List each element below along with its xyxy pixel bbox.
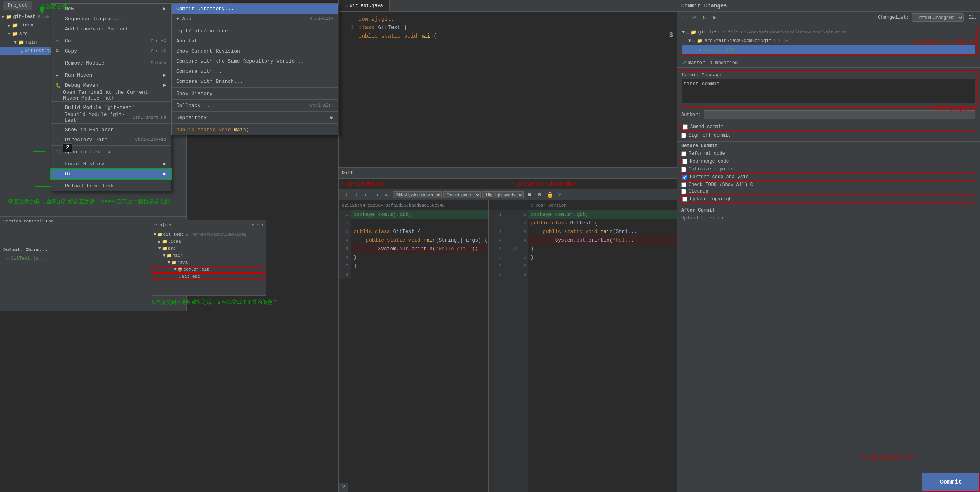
mini-tree: ▼ 📁 git-test E:\WorksoftAbout\idea\idea … <box>152 230 266 281</box>
ignore-select[interactable]: Do not ignore <box>443 191 481 198</box>
separator <box>172 25 338 25</box>
changelist-dropdown[interactable]: Default Changelist <box>912 13 964 22</box>
git-annotate[interactable]: Annotate <box>172 36 338 46</box>
diff-left-pane: d23128c947e1c88473efa6d550baed9ae166e348… <box>339 200 489 492</box>
menu-remove-module[interactable]: Remove Module Delete <box>51 58 171 68</box>
signoff-label: Sign-off commit <box>689 133 731 138</box>
code-analysis-label: Perform code analysis <box>690 174 749 180</box>
diff-down-btn[interactable]: ↓ <box>352 191 361 199</box>
separator <box>51 180 171 180</box>
tree-item-label: git-test <box>13 14 36 19</box>
signoff-checkbox[interactable] <box>681 133 686 138</box>
mini-tab-bar: Project ⚙ ≡ × <box>152 220 266 230</box>
diff-lock-btn[interactable]: 🔒 <box>545 191 554 199</box>
before-commit-section: Before Commit Reformat code Rearrange co… <box>677 141 980 206</box>
back-btn[interactable]: ← <box>680 13 688 22</box>
separator <box>51 69 171 69</box>
git-show-current[interactable]: Show Current Revision <box>172 46 338 56</box>
project-tab[interactable]: Project <box>3 1 32 10</box>
diff-right-line-6: } <box>528 245 677 253</box>
step1-annotation: 1.选定右键 <box>41 3 67 10</box>
git-show-history[interactable]: Show History <box>172 88 338 98</box>
commit-panel-header: Commit Changes <box>677 0 980 12</box>
commit-title: Commit Changes <box>681 3 727 9</box>
step5-annotation: 5.此处写提交的描述 <box>931 105 976 112</box>
menu-sequence[interactable]: Sequence Diagram... <box>51 14 171 24</box>
settings-btn[interactable]: ⚙ <box>710 13 719 22</box>
menu-git[interactable]: Git ▶ <box>51 169 171 179</box>
git-rollback[interactable]: Rollback... Ctrl+Alt+ <box>172 100 338 110</box>
modified-label: 1 modified <box>710 60 738 66</box>
git-public-static: public static void main( <box>172 124 338 135</box>
optimize-checkbox[interactable] <box>681 167 686 172</box>
before-commit-title: Before Commit <box>681 143 975 149</box>
side-viewer-select[interactable]: Side-by-side viewer <box>393 191 442 198</box>
cleanup-checkbox[interactable] <box>681 189 686 194</box>
refresh-btn[interactable]: ↻ <box>700 13 708 22</box>
diff-right-line-1: package com.zj.git; <box>528 210 677 219</box>
git-compare-repo[interactable]: Compare with the Same Repository Versio.… <box>172 56 338 66</box>
step2-label: 2 <box>63 143 72 152</box>
diff-align-btn[interactable]: ≡ <box>525 191 534 199</box>
separator <box>51 101 171 102</box>
separator <box>51 57 171 57</box>
diff-left-line-1: 1 package com.zj.git; <box>339 210 488 219</box>
amend-checkbox[interactable] <box>683 124 688 130</box>
file-tree-root[interactable]: ▼ ☑ 📁 git-test 1 file E:\WorksoftAbout\i… <box>682 28 975 37</box>
menu-framework[interactable]: Add Framework Support... <box>51 24 171 34</box>
step9-annotation: 9.当提交到本地库成功之后，文件就变成了正常的颜色了 <box>152 299 277 306</box>
branch-name: master <box>688 60 705 66</box>
git-compare-with[interactable]: Compare with... <box>172 66 338 76</box>
code-analysis-checkbox[interactable] <box>682 175 687 180</box>
git-submenu: Commit Directory... + Add Ctrl+Alt+ .git… <box>171 3 338 135</box>
commit-button-label: Commit <box>940 479 962 486</box>
commit-message-input[interactable]: first commit <box>682 79 975 103</box>
author-label: Author: <box>681 112 701 117</box>
git-exclude[interactable]: .git/info/exclude <box>172 26 338 36</box>
diff-edit-btn[interactable]: ✏ <box>382 191 391 199</box>
context-menu: New ▶ Sequence Diagram... Add Framework … <box>51 3 171 191</box>
code-line: com.zj.git; <box>339 15 677 23</box>
menu-run-maven[interactable]: ▶ Run Maven ▶ <box>51 70 171 80</box>
check-todo-checkbox[interactable] <box>681 182 686 187</box>
commit-button[interactable]: Commit <box>922 473 980 492</box>
menu-copy[interactable]: ⧉ Copy Ctrl+C <box>51 46 171 56</box>
vc-label: Version Control: <box>3 219 44 224</box>
rearrange-checkbox[interactable] <box>682 159 687 164</box>
menu-debug-maven[interactable]: 🐛 Debug Maven ▶ <box>51 80 171 90</box>
menu-open-terminal-module[interactable]: Open Terminal at the Current Maven Modul… <box>51 90 171 100</box>
diff-left-btn[interactable]: ← <box>362 191 371 199</box>
mini-idea: ▶ 📁 .idea <box>152 238 266 245</box>
tree-item-label: main <box>26 40 37 45</box>
highlight-select[interactable]: Highlight words <box>482 191 524 198</box>
run-icon: ▶ <box>56 73 63 78</box>
file-tree-gitTest[interactable]: ☑ ☕ GitTest.java <box>682 45 975 54</box>
git-compare-branch[interactable]: Compare with Branch... <box>172 76 338 86</box>
diff-up-btn[interactable]: ↑ <box>342 191 351 199</box>
menu-build-module[interactable]: Build Module 'git-test' <box>51 102 171 112</box>
menu-rebuild-module[interactable]: Rebuild Module 'git-test' Ctrl+Shift+F9 <box>51 112 171 123</box>
check-todo-label: Check TODO (Show All) C <box>689 182 753 187</box>
reformat-checkbox[interactable] <box>681 151 686 156</box>
separator <box>172 111 338 112</box>
editor-tab-gitTest[interactable]: ☕ GitTest.java <box>339 0 390 11</box>
diff-settings-btn[interactable]: ⚙ <box>535 191 544 199</box>
menu-new[interactable]: New ▶ <box>51 4 171 14</box>
git-add[interactable]: + Add Ctrl+Alt+ <box>172 14 338 24</box>
diff-help-btn[interactable]: ? <box>556 191 564 199</box>
separator <box>172 99 338 100</box>
menu-show-explorer[interactable]: Show in Explorer <box>51 124 171 135</box>
signoff-row: Sign-off commit <box>681 133 975 138</box>
git-repository[interactable]: Repository ▶ <box>172 112 338 123</box>
diff-left-line-3: 3 public class GitTest { <box>339 228 488 236</box>
git-commit-dir[interactable]: Commit Directory... <box>172 4 338 14</box>
menu-local-history[interactable]: Local History ▶ <box>51 159 171 169</box>
undo-btn[interactable]: ↩ <box>690 13 698 22</box>
diff-right-btn[interactable]: → <box>372 191 381 199</box>
menu-cut[interactable]: ✂ Cut Ctrl+X <box>51 36 171 46</box>
diff-right-pane: ☑ Your version package com.zj.git; publi… <box>528 200 677 492</box>
diff-help-bottom[interactable]: ? <box>339 483 348 492</box>
update-copyright-checkbox[interactable] <box>682 197 687 202</box>
amend-label: Amend commit <box>690 124 724 130</box>
menu-reload-disk[interactable]: Reload from Disk <box>51 181 171 191</box>
